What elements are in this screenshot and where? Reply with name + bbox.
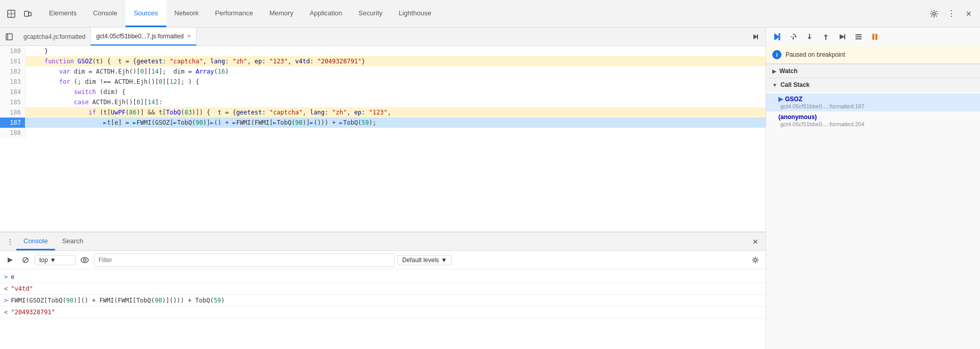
svg-marker-8 [753, 34, 757, 39]
toolbar-icons [4, 7, 35, 21]
watch-label: Watch [779, 67, 798, 75]
toolbar-right: ⋮ ✕ [927, 7, 976, 21]
svg-point-5 [933, 12, 936, 15]
entry-caret-1[interactable]: < [4, 283, 8, 294]
context-value: top [39, 257, 48, 264]
console-settings-btn[interactable] [749, 254, 762, 266]
tab-sources[interactable]: Sources [126, 0, 166, 27]
svg-point-31 [84, 259, 86, 261]
levels-value: Default levels [402, 257, 439, 264]
call-stack-section-header[interactable]: ▼ Call Stack [766, 78, 980, 91]
step-over-btn[interactable] [787, 30, 800, 43]
device-toolbar-btn[interactable] [20, 7, 35, 21]
code-line-188: 188 [0, 128, 766, 138]
svg-rect-6 [6, 34, 12, 40]
top-toolbar: Elements Console Sources Network Perform… [0, 0, 980, 28]
svg-rect-3 [24, 11, 29, 16]
cs-file-1: gct4.05cf51bbe0....:formatted:204 [778, 121, 972, 127]
resume-btn[interactable] [770, 30, 783, 43]
right-panel: i Paused on breakpoint ▶ Watch ▼ Call St… [766, 28, 980, 349]
toggle-sidebar-btn[interactable] [2, 30, 16, 44]
close-devtools-btn[interactable]: ✕ [962, 7, 976, 21]
console-block-btn[interactable] [19, 254, 32, 266]
file-tab-gct[interactable]: gct4.05cf51bbe0...7.js:formatted ✕ [91, 28, 196, 45]
debug-btn-area [745, 31, 766, 43]
context-selector[interactable]: top ▼ [35, 255, 76, 265]
file-tab-gcaptcha[interactable]: gcaptcha4.js:formatted [18, 28, 91, 45]
console-entry-1: < "v4td" [0, 283, 766, 295]
step-btn[interactable] [836, 30, 849, 43]
console-toolbar: top ▼ Default levels ▼ [0, 251, 766, 269]
console-entry-3: < "2049328791" [0, 307, 766, 318]
tab-lighthouse[interactable]: Lighthouse [390, 0, 439, 27]
code-line-186: 186 if (t[UwPF(86)] && t[TobQ(83)]) { t … [0, 107, 766, 118]
more-menu-btn[interactable]: ⋮ [944, 7, 959, 21]
console-filter-input[interactable] [94, 253, 395, 267]
svg-line-29 [23, 258, 28, 262]
levels-selector[interactable]: Default levels ▼ [398, 255, 452, 265]
bottom-panel: ⋮ Console Search ✕ top ▼ [0, 231, 766, 349]
call-stack-section: ▼ Call Stack ▶ GSOZ gct4.05cf51bbe0....:… [766, 78, 980, 131]
call-stack-label: Call Stack [780, 81, 810, 88]
svg-point-32 [754, 259, 757, 261]
tab-security[interactable]: Security [350, 0, 390, 27]
svg-rect-25 [872, 34, 874, 40]
code-line-182: 182 var dim = ACTDH.Ejh()[0][14]; dim = … [0, 66, 766, 77]
entry-value-3: "2049328791" [11, 307, 55, 318]
svg-rect-26 [875, 34, 877, 40]
bottom-tab-search[interactable]: Search [55, 232, 90, 250]
bottom-tabs-bar: ⋮ Console Search ✕ [0, 232, 766, 251]
tab-memory[interactable]: Memory [261, 0, 302, 27]
play-to-here-btn[interactable] [749, 31, 762, 43]
pause-on-exceptions-btn[interactable] [868, 30, 881, 43]
code-line-185: 185 case ACTDH.Ejh()[0][14]: [0, 97, 766, 107]
code-line-187: 187 ►t[e] = ►FWMI(GSOZ[►TobQ(90)]►() + ►… [0, 118, 766, 128]
eye-btn[interactable] [79, 254, 91, 266]
breakpoint-banner-text: Paused on breakpoint [786, 51, 845, 58]
console-output[interactable]: > e < "v4td" > FWMI(GSOZ[TobQ(90)]() + F… [0, 269, 766, 349]
tab-elements[interactable]: Elements [41, 0, 85, 27]
bottom-dots-menu[interactable]: ⋮ [4, 236, 16, 248]
call-stack-collapse-icon: ▼ [772, 82, 777, 88]
call-stack-item-anonymous[interactable]: (anonymous) gct4.05cf51bbe0....:formatte… [766, 111, 980, 129]
console-execute-btn[interactable] [4, 254, 16, 266]
close-file-tab-btn[interactable]: ✕ [187, 33, 191, 39]
watch-section-header[interactable]: ▶ Watch [766, 64, 980, 78]
file-tabs-bar: gcaptcha4.js:formatted gct4.05cf51bbe0..… [0, 28, 766, 46]
inspect-element-btn[interactable] [4, 7, 18, 21]
deactivate-breakpoints-btn[interactable] [852, 30, 865, 43]
bottom-tab-console[interactable]: Console [16, 232, 55, 250]
entry-caret-3[interactable]: < [4, 307, 8, 318]
breakpoint-banner: i Paused on breakpoint [766, 46, 980, 64]
call-stack-item-gsoz[interactable]: ▶ GSOZ gct4.05cf51bbe0....:formatted:187 [766, 94, 980, 111]
cs-active-arrow: ▶ [778, 96, 783, 103]
code-line-183: 183 for (; dim !== ACTDH.Ejh()[0][12]; )… [0, 77, 766, 87]
entry-value-1: "v4td" [11, 283, 33, 294]
code-line-181: 181 function GSOZ(t) { t = {geetest: "ca… [0, 56, 766, 66]
console-entry-2: > FWMI(GSOZ[TobQ(90)]() + FWMI(FWMI[TobQ… [0, 295, 766, 307]
cs-func-name-1: (anonymous) [778, 113, 817, 121]
svg-marker-27 [8, 258, 13, 263]
watch-section: ▶ Watch [766, 64, 980, 78]
settings-btn[interactable] [927, 7, 941, 21]
tab-console[interactable]: Console [85, 0, 126, 27]
entry-value-0: e [11, 271, 14, 283]
cs-file-0: gct4.05cf51bbe0....:formatted:187 [778, 103, 972, 109]
info-icon: i [772, 50, 781, 59]
bottom-close-btn[interactable]: ✕ [749, 236, 762, 248]
svg-marker-19 [824, 34, 828, 36]
tab-network[interactable]: Network [166, 0, 207, 27]
call-stack-list: ▶ GSOZ gct4.05cf51bbe0....:formatted:187… [766, 91, 980, 131]
context-dropdown-icon: ▼ [50, 257, 56, 264]
tab-performance[interactable]: Performance [207, 0, 261, 27]
step-into-btn[interactable] [803, 30, 816, 43]
svg-marker-17 [807, 37, 812, 39]
right-debug-toolbar [766, 28, 980, 46]
levels-dropdown-icon: ▼ [441, 257, 447, 264]
entry-caret-0[interactable]: > [4, 271, 8, 283]
watch-collapse-icon: ▶ [772, 68, 776, 74]
entry-caret-2[interactable]: > [4, 295, 8, 306]
tab-application[interactable]: Application [302, 0, 351, 27]
svg-point-30 [81, 258, 88, 263]
step-out-btn[interactable] [819, 30, 832, 43]
